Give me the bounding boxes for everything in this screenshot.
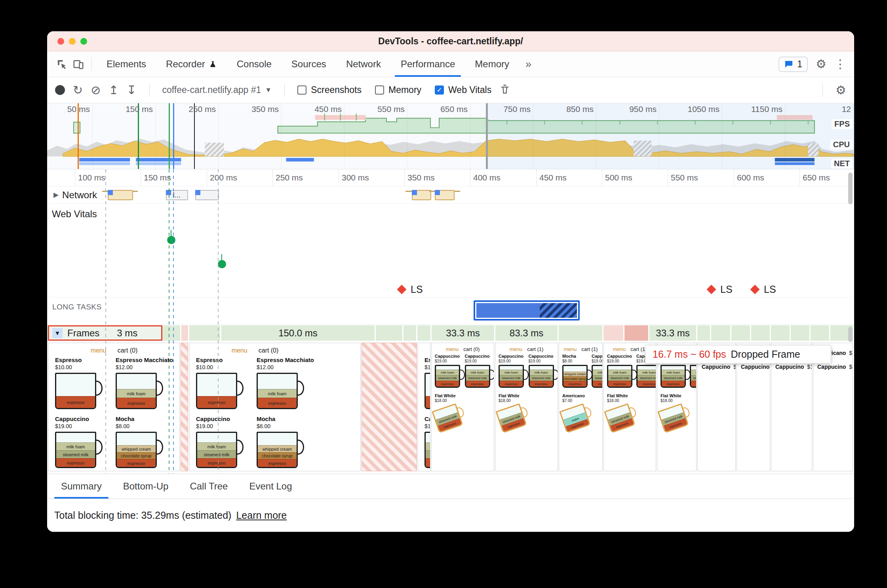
frame-duration-segment[interactable] bbox=[417, 325, 430, 341]
filmstrip-dropped-frame[interactable] bbox=[181, 343, 188, 471]
long-task-bar[interactable] bbox=[474, 300, 580, 321]
filmstrip-frame[interactable]: menucart (0)Espresso$10.00espressoEspres… bbox=[418, 343, 430, 471]
scrollbar-thumb[interactable] bbox=[848, 327, 853, 342]
frame-duration-segment[interactable] bbox=[791, 325, 809, 341]
settings-gear-icon[interactable]: ⚙ bbox=[816, 58, 826, 70]
filmstrip-frame[interactable]: menucart (0)Espresso$10.00espressoEspres… bbox=[48, 343, 180, 471]
cup-layer-milk-foam: milk foam bbox=[608, 370, 631, 375]
frame-duration-segment[interactable] bbox=[751, 325, 770, 341]
frames-track-header[interactable]: 33.3 ms83.3 ms33.3 ms150.0 ms ▼ Frames 3… bbox=[47, 324, 854, 341]
product-name: Espresso bbox=[55, 357, 108, 363]
tab-console[interactable]: Console bbox=[227, 51, 282, 77]
network-request[interactable] bbox=[412, 190, 431, 200]
expand-triangle-icon[interactable]: ▶ bbox=[53, 191, 59, 199]
more-tabs-icon[interactable]: » bbox=[519, 58, 538, 70]
frame-duration-segment[interactable] bbox=[559, 325, 602, 341]
filmstrip-track[interactable]: menucart (0)Espresso$10.00espressoEspres… bbox=[47, 341, 854, 474]
zoom-window-button[interactable] bbox=[80, 38, 87, 45]
close-window-button[interactable] bbox=[57, 38, 64, 45]
frame-duration-segment[interactable] bbox=[181, 325, 188, 341]
bottom-tab-label: Summary bbox=[61, 481, 102, 492]
checkbox-memory[interactable]: Memory bbox=[375, 85, 421, 95]
learn-more-link[interactable]: Learn more bbox=[236, 510, 287, 521]
frame-duration-segment[interactable]: 150.0 ms bbox=[221, 325, 375, 341]
bottom-tab-call-tree[interactable]: Call Tree bbox=[179, 474, 238, 499]
frame-duration-segment[interactable] bbox=[697, 325, 710, 341]
frame-duration-segment[interactable] bbox=[811, 325, 829, 341]
timeline-overview[interactable]: 50 ms150 ms250 ms350 ms450 ms550 ms650 m… bbox=[47, 103, 854, 169]
device-toolbar-icon[interactable] bbox=[72, 57, 85, 71]
frame-duration-segment[interactable] bbox=[603, 325, 623, 341]
web-vitals-track[interactable]: Web Vitals LSLSLS bbox=[47, 204, 854, 298]
overview-gridline bbox=[218, 103, 219, 169]
tab-sources[interactable]: Sources bbox=[282, 51, 336, 77]
network-request[interactable] bbox=[195, 190, 219, 200]
network-track[interactable]: ▶ Network I... bbox=[47, 186, 854, 204]
reload-and-record-icon[interactable]: ↻ bbox=[73, 84, 83, 96]
scrollbar-thumb[interactable] bbox=[848, 173, 853, 204]
vitals-good-marker[interactable] bbox=[218, 260, 226, 268]
frame-duration-segment[interactable] bbox=[376, 325, 402, 341]
frame-duration-segment[interactable] bbox=[711, 325, 730, 341]
tab-elements[interactable]: Elements bbox=[97, 51, 156, 77]
filmstrip-frame[interactable]: menucart (0)Cappuccino$19.00milk foamste… bbox=[431, 343, 494, 471]
layout-shift-marker[interactable]: LS bbox=[752, 284, 776, 295]
delete-profile-icon[interactable] bbox=[499, 84, 510, 97]
cart-item-name: Cappucino bbox=[775, 364, 804, 370]
frame-duration-segment[interactable] bbox=[771, 325, 790, 341]
frame-duration-segment[interactable]: 33.3 ms bbox=[432, 325, 494, 341]
network-track-header[interactable]: ▶ Network bbox=[52, 190, 99, 201]
tab-performance[interactable]: Performance bbox=[391, 51, 465, 77]
tab-network[interactable]: Network bbox=[336, 51, 391, 77]
frame-duration-segment[interactable]: 33.3 ms bbox=[649, 325, 696, 341]
layout-shift-marker[interactable]: LS bbox=[398, 284, 423, 295]
filmstrip-frame[interactable]: menucart (0)Espresso$10.00espressoEspres… bbox=[189, 343, 361, 471]
cup-layer-espresso: espresso bbox=[117, 398, 156, 408]
product-price: $18.00 bbox=[499, 398, 525, 403]
frame-duration-segment[interactable]: 83.3 ms bbox=[495, 325, 558, 341]
filmstrip-frame[interactable]: menucart (1)Cappuccino$19.00milk foamste… bbox=[495, 343, 558, 471]
clear-recording-icon[interactable]: ⊘ bbox=[91, 84, 101, 96]
network-request[interactable]: I... bbox=[166, 190, 188, 200]
capture-settings-gear-icon[interactable]: ⚙ bbox=[836, 84, 846, 96]
checkbox-box[interactable] bbox=[297, 85, 306, 95]
frames-track-label-box[interactable]: ▼ Frames 3 ms bbox=[48, 325, 162, 341]
layout-shift-marker[interactable]: LS bbox=[708, 284, 733, 295]
frame-duration-segment[interactable] bbox=[189, 325, 220, 341]
network-request[interactable] bbox=[435, 190, 455, 200]
checkbox-screenshots[interactable]: Screenshots bbox=[297, 85, 362, 95]
inspect-icon[interactable] bbox=[55, 57, 69, 71]
long-tasks-track[interactable]: LONG TASKS bbox=[47, 298, 854, 324]
network-request[interactable] bbox=[108, 190, 133, 200]
cup-body: whipped creamchocolate syrupespresso bbox=[257, 432, 298, 468]
minimize-window-button[interactable] bbox=[69, 38, 76, 45]
collapse-triangle-icon[interactable]: ▼ bbox=[52, 328, 63, 338]
issues-counter[interactable]: 1 bbox=[779, 57, 808, 72]
cup-layer-espresso: espresso bbox=[258, 398, 297, 408]
cup-body: whipped creamchocolate syrupespresso bbox=[562, 365, 588, 388]
vitals-good-marker[interactable] bbox=[167, 236, 175, 244]
save-profile-icon[interactable]: ↧ bbox=[126, 84, 136, 96]
filmstrip-dropped-frame[interactable] bbox=[362, 343, 417, 471]
kebab-menu-icon[interactable]: ⋮ bbox=[834, 58, 846, 70]
frame-duration-segment[interactable] bbox=[731, 325, 750, 341]
frame-duration-segment[interactable] bbox=[624, 325, 648, 341]
tracks-area: 100 ms150 ms200 ms250 ms300 ms350 ms400 … bbox=[47, 169, 854, 474]
cart-link: cart (0) bbox=[463, 346, 480, 352]
profile-select[interactable]: coffee-cart.netlify.app #1 ▼ bbox=[162, 85, 272, 95]
tab-memory[interactable]: Memory bbox=[465, 51, 519, 77]
filmstrip-frame[interactable]: menucart (1)Mocha$8.00whipped creamchoco… bbox=[559, 343, 603, 471]
load-profile-icon[interactable]: ↥ bbox=[108, 84, 118, 96]
product-cappuccino: Cappuccino$19.00milk foamsteamed milkesp… bbox=[435, 354, 461, 392]
record-button[interactable] bbox=[55, 85, 65, 95]
checkbox-box[interactable] bbox=[375, 85, 384, 95]
bottom-tab-bottom-up[interactable]: Bottom-Up bbox=[112, 474, 179, 499]
overview-gridline bbox=[785, 103, 785, 169]
checkbox-box[interactable]: ✓ bbox=[435, 85, 444, 95]
bottom-tab-event-log[interactable]: Event Log bbox=[238, 474, 303, 499]
tab-recorder[interactable]: Recorder bbox=[156, 51, 227, 77]
bottom-tab-summary[interactable]: Summary bbox=[50, 474, 112, 499]
checkbox-web-vitals[interactable]: ✓Web Vitals bbox=[435, 85, 491, 95]
frame-duration-segment[interactable] bbox=[404, 325, 416, 341]
product-name: Espresso Macchiato bbox=[116, 357, 173, 363]
